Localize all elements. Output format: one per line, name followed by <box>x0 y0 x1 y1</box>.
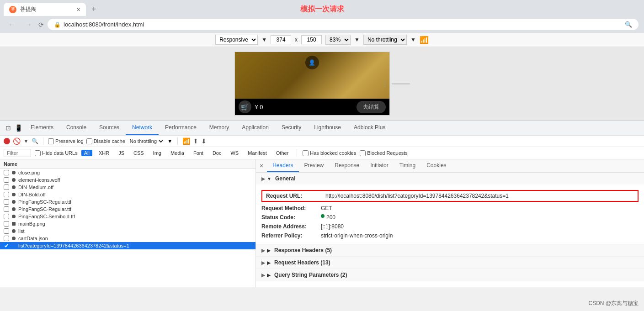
query-params-header[interactable]: ▶ Query String Parameters (2) <box>256 269 644 281</box>
general-section-header[interactable]: ▼ General <box>256 173 644 184</box>
filter-img-button[interactable]: Img <box>150 150 164 156</box>
file-item[interactable]: DIN-Bold.otf <box>0 191 255 198</box>
details-close-button[interactable]: × <box>256 160 267 171</box>
search-button[interactable]: 🔍 <box>32 138 38 144</box>
new-tab-button[interactable]: + <box>88 3 100 16</box>
has-blocked-cookies-checkbox[interactable]: Has blocked cookies <box>303 150 356 156</box>
wifi-icon: 📶 <box>182 137 190 145</box>
devtools-inspect-icon[interactable]: ⊡ <box>4 122 13 133</box>
disable-cache-input[interactable] <box>86 138 92 144</box>
resize-handle[interactable]: ⋮ <box>381 79 389 88</box>
active-tab[interactable]: 菩 菩提阁 × <box>4 3 86 16</box>
import-har-button[interactable]: ⬆ <box>193 137 198 145</box>
details-tab-response[interactable]: Response <box>329 159 365 172</box>
tab-network[interactable]: Network <box>126 121 159 135</box>
hide-data-urls-checkbox[interactable]: Hide data URLs <box>35 150 78 156</box>
file-item[interactable]: DIN-Medium.otf <box>0 184 255 191</box>
details-tab-preview[interactable]: Preview <box>299 159 330 172</box>
tab-elements[interactable]: Elements <box>24 121 60 135</box>
devtools-device-icon[interactable]: 📱 <box>13 122 24 133</box>
response-headers-header[interactable]: ▶ Response Headers (5) <box>256 244 644 256</box>
remote-address-row: Remote Address: [::1]:8080 <box>261 222 639 231</box>
record-button[interactable] <box>4 138 10 144</box>
width-input[interactable] <box>271 35 291 44</box>
filter-manifest-button[interactable]: Manifest <box>245 150 270 156</box>
tab-memory[interactable]: Memory <box>203 121 235 135</box>
request-url-row: Request URL: http://localhost:8080/dish/… <box>261 190 639 202</box>
tab-security[interactable]: Security <box>275 121 308 135</box>
has-blocked-cookies-input[interactable] <box>303 150 309 156</box>
filter-input[interactable] <box>4 149 31 157</box>
file-item[interactable]: PingFangSC-Semibold.ttf <box>0 213 255 220</box>
export-har-button[interactable]: ⬇ <box>201 137 207 145</box>
file-item[interactable]: mainBg.png <box>0 220 255 227</box>
filter-ws-button[interactable]: WS <box>228 150 241 156</box>
forward-button[interactable]: → <box>22 20 35 30</box>
file-item[interactable]: close.png <box>0 169 255 176</box>
tab-application[interactable]: Application <box>235 121 275 135</box>
file-item[interactable]: PingFangSC-Regular.ttf <box>0 198 255 206</box>
filter-font-button[interactable]: Font <box>191 150 206 156</box>
preserve-log-checkbox[interactable]: Preserve log <box>48 138 84 144</box>
details-tab-cookies[interactable]: Cookies <box>421 159 452 172</box>
back-button[interactable]: ← <box>5 20 18 30</box>
url-bar[interactable]: 🔒 localhost:8080/front/index.html 🔍 <box>48 19 639 30</box>
height-input[interactable] <box>301 35 322 44</box>
user-avatar: 👤 <box>305 56 319 69</box>
preview-image: 👤 🛒 ¥ 0 去结算 <box>235 52 389 115</box>
filter-all-button[interactable]: All <box>81 150 92 156</box>
reload-button[interactable]: ⟳ <box>38 21 44 28</box>
zoom-select[interactable]: 83% <box>325 35 351 45</box>
file-item[interactable]: list <box>0 227 255 235</box>
clear-button[interactable]: 🚫 <box>13 137 21 145</box>
chevron-right-icon3: ▶ <box>267 273 271 278</box>
tab-adblock-plus[interactable]: Adblock Plus <box>347 121 392 135</box>
file-checkbox[interactable] <box>4 221 9 227</box>
file-checkbox[interactable] <box>4 184 9 190</box>
file-checkbox[interactable] <box>4 236 9 241</box>
hide-data-urls-input[interactable] <box>35 150 41 156</box>
status-dot <box>321 214 325 218</box>
tab-lighthouse[interactable]: Lighthouse <box>308 121 347 135</box>
tab-sources[interactable]: Sources <box>93 121 126 135</box>
file-item[interactable]: cartData.json <box>0 235 255 242</box>
blocked-requests-checkbox[interactable]: Blocked Requests <box>360 150 408 156</box>
tab-close-icon[interactable]: × <box>77 6 80 13</box>
filter-css-button[interactable]: CSS <box>131 150 147 156</box>
file-color-dot-selected <box>12 244 16 248</box>
filter-separator <box>297 149 297 157</box>
file-checkbox[interactable] <box>4 228 9 234</box>
file-list-header: Name <box>0 159 255 169</box>
disable-cache-checkbox[interactable]: Disable cache <box>86 138 125 144</box>
tab-performance[interactable]: Performance <box>159 121 203 135</box>
file-checkbox[interactable] <box>4 199 9 205</box>
details-tab-initiator[interactable]: Initiator <box>365 159 394 172</box>
filter-doc-button[interactable]: Doc <box>210 150 224 156</box>
filter-js-button[interactable]: JS <box>116 150 127 156</box>
blocked-requests-input[interactable] <box>360 150 366 156</box>
file-item-selected[interactable]: list?categoryId=1397844263642378242&stat… <box>0 242 255 249</box>
file-item[interactable]: element-icons.woff <box>0 176 255 184</box>
details-tab-timing[interactable]: Timing <box>394 159 421 172</box>
throttle-select[interactable]: No throttling <box>363 35 407 45</box>
throttle-toolbar-select[interactable]: No throttling <box>128 138 165 144</box>
file-checkbox[interactable] <box>4 177 9 183</box>
filter-other-button[interactable]: Other <box>273 150 292 156</box>
file-checkbox[interactable] <box>4 170 9 175</box>
filter-button[interactable]: ▼ <box>23 138 29 144</box>
details-panel: × Headers Preview Response Initiator Tim… <box>256 159 644 287</box>
device-select[interactable]: Responsive <box>215 35 258 45</box>
preserve-log-input[interactable] <box>48 138 54 144</box>
request-headers-header[interactable]: ▶ Request Headers (13) <box>256 257 644 269</box>
file-item[interactable]: PingFangSC-Regular.ttf <box>0 206 255 213</box>
checkout-button[interactable]: 去结算 <box>357 101 386 113</box>
file-checkbox-selected[interactable] <box>4 243 9 248</box>
filter-xhr-button[interactable]: XHR <box>96 150 112 156</box>
file-checkbox[interactable] <box>4 206 9 212</box>
file-checkbox[interactable] <box>4 192 9 197</box>
page-preview: 👤 🛒 ¥ 0 去结算 ⋮ <box>0 47 644 120</box>
filter-media-button[interactable]: Media <box>168 150 187 156</box>
file-checkbox[interactable] <box>4 214 9 219</box>
tab-console[interactable]: Console <box>60 121 93 135</box>
details-tab-headers[interactable]: Headers <box>267 159 298 172</box>
